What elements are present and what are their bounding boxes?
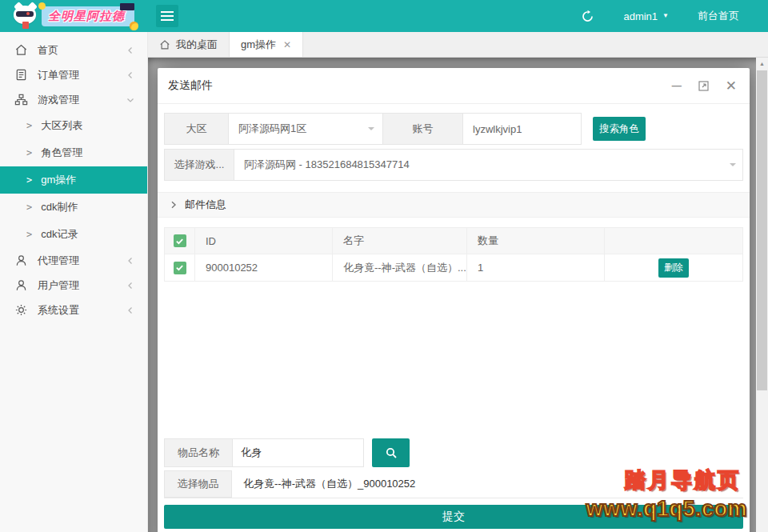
sidebar-item-role-manage[interactable]: > 角色管理 [0,139,147,166]
dialog-title: 发送邮件 [168,78,213,93]
mascot-cat-icon [13,2,38,30]
maximize-icon[interactable] [698,81,709,91]
delete-button[interactable]: 删除 [658,258,689,278]
game-form-row: 选择游戏... 阿泽源码网 - 183521684815347714 [164,149,743,181]
sidebar-item-games[interactable]: 游戏管理 [0,87,147,112]
refresh-icon[interactable] [581,10,594,23]
sidebar-item-orders[interactable]: 订单管理 [0,62,147,87]
search-item-button[interactable] [372,438,410,467]
close-icon[interactable]: ✕ [283,39,291,50]
table-header-row: ID 名字 数量 [164,227,743,254]
search-role-button[interactable]: 搜索角色 [593,117,646,141]
game-select[interactable]: 阿泽源码网 - 183521684815347714 [234,150,742,180]
row-checkbox[interactable] [174,262,186,274]
dialog-header: 发送邮件 ─ ✕ [158,68,750,104]
home-icon [14,43,28,57]
logo-text: 全明星阿拉德 [48,9,125,24]
cell-item-id: 900010252 [195,254,333,281]
search-icon [385,446,398,459]
send-mail-dialog: 发送邮件 ─ ✕ 大区 阿泽源码网1区 账号 搜索 [158,68,750,532]
sidebar-item-region-list[interactable]: > 大区列表 [0,112,147,139]
chevron-left-icon [126,257,134,265]
tab-my-desktop[interactable]: 我的桌面 [148,32,230,57]
sidebar-item-cdk-record[interactable]: > cdk记录 [0,221,147,248]
item-name-label: 物品名称 [164,438,232,467]
sidebar-item-settings[interactable]: 系统设置 [0,298,147,322]
caret-down-icon: ▼ [662,13,669,19]
table-row: 900010252 化身竟--神-武器（自选）... 1 删除 [164,254,743,282]
region-select[interactable]: 阿泽源码网1区 [229,114,382,144]
topbar: 全明星阿拉德 admin1 ▼ 前台首页 [0,0,768,32]
scrollbar-thumb[interactable] [757,70,767,390]
item-name-input[interactable] [232,438,364,467]
sidebar-item-users[interactable]: 用户管理 [0,273,147,298]
chevron-right-icon [170,201,178,209]
minimize-icon[interactable]: ─ [672,79,682,93]
vertical-scrollbar[interactable]: ▲ [756,58,768,532]
account-input[interactable] [463,114,581,144]
region-label: 大区 [165,114,229,144]
chevron-down-icon [368,127,374,134]
person-icon [14,254,28,267]
sitemap-icon [14,93,28,106]
search-form-row: 大区 阿泽源码网1区 账号 搜索角色 [164,113,646,145]
hamburger-menu-button[interactable] [156,5,178,27]
account-label: 账号 [382,114,463,144]
frontend-home-link[interactable]: 前台首页 [698,9,739,23]
moon-icon [130,22,138,30]
gear-icon [14,303,28,317]
logo-band: 全明星阿拉德 [42,6,134,26]
person-icon [14,278,28,292]
username: admin1 [623,10,658,22]
select-item-label: 选择物品 [164,470,232,498]
chevron-right-icon: > [26,147,32,158]
sidebar-item-gm-operate[interactable]: > gm操作 [0,166,147,194]
selected-item-row: 选择物品 化身竟--神-武器（自选）_900010252 [164,470,743,498]
chevron-down-icon [730,163,736,170]
document-icon [14,68,28,82]
main-area: 我的桌面 gm操作 ✕ 发送邮件 ─ ✕ 大区 阿泽源 [148,32,768,532]
close-icon[interactable]: ✕ [726,79,737,93]
column-header-id: ID [195,228,333,254]
chevron-left-icon [126,71,134,79]
column-header-qty: 数量 [467,228,605,254]
chevron-right-icon: > [26,202,32,213]
content-backdrop: 发送邮件 ─ ✕ 大区 阿泽源码网1区 账号 搜索 [148,58,768,532]
item-search-row: 物品名称 [164,438,410,467]
submit-button[interactable]: 提交 [164,505,743,529]
app-logo[interactable]: 全明星阿拉德 [0,2,148,30]
chevron-down-icon [126,96,134,104]
scroll-up-arrow-icon[interactable]: ▲ [756,58,768,70]
home-icon [159,39,170,50]
chevron-right-icon: > [26,229,32,240]
select-all-checkbox[interactable] [174,234,186,247]
tab-bar: 我的桌面 gm操作 ✕ [148,32,768,58]
chevron-left-icon [126,306,134,314]
mail-items-table: ID 名字 数量 900010252 化身竟--神-武器（自选）... 1 [164,227,743,282]
sidebar-item-agents[interactable]: 代理管理 [0,248,147,273]
sidebar-item-cdk-make[interactable]: > cdk制作 [0,194,147,221]
column-header-name: 名字 [333,228,467,254]
select-game-label: 选择游戏... [165,150,234,180]
cell-item-qty: 1 [467,254,605,281]
chevron-left-icon [126,46,134,54]
chevron-right-icon: > [26,174,32,186]
chevron-right-icon: > [26,120,32,131]
tab-gm-operate[interactable]: gm操作 ✕ [230,32,303,57]
user-menu[interactable]: admin1 ▼ [623,10,669,22]
sidebar-item-home[interactable]: 首页 [0,38,147,62]
selected-item-value: 化身竟--神-武器（自选）_900010252 [243,477,415,491]
mail-info-section-header[interactable]: 邮件信息 [158,192,750,218]
sidebar: 首页 订单管理 游戏管理 > 大区列表 > 角色管理 > gm操作 > cdk制… [0,32,148,532]
chevron-left-icon [126,282,134,290]
cell-item-name: 化身竟--神-武器（自选）... [333,254,467,281]
